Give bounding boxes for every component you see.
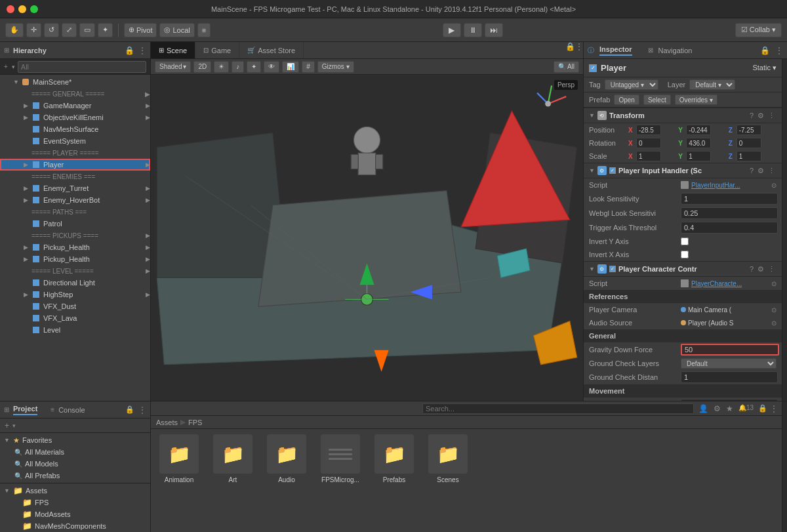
hier-item-gamemanager[interactable]: ▶ GameManager ▶ [0,100,150,112]
dropdown-icon[interactable]: ▾ [12,64,15,70]
hier-item-patrol[interactable]: Patrol [0,218,150,230]
settings-icon[interactable]: ⚙ [756,265,765,274]
step-button[interactable]: ⏭ [485,23,503,37]
shading-dropdown[interactable]: Shaded ▾ [155,61,191,73]
hierarchy-lock-icon[interactable]: 🔒 [125,46,134,55]
asset-search-input[interactable] [422,403,694,414]
hier-item-eventsystem[interactable]: EventSystem [0,135,150,147]
hier-item-pickup2[interactable]: ▶ Pickup_Health ▶ [0,253,150,265]
tab-inspector[interactable]: Inspector [599,45,632,56]
ground-check-layers-select[interactable]: Default [681,358,777,369]
pause-button[interactable]: ⏸ [464,23,482,37]
rotate-tool[interactable]: ↺ [44,23,59,37]
scene-menu-icon[interactable]: ⋮ [575,42,583,58]
2d-toggle[interactable]: 2D [193,61,211,73]
player-char-component-header[interactable]: ▼ ⚙ ✓ Player Character Contr ? ⚙ ⋮ [584,261,782,277]
filter-icon[interactable]: ⚙ [712,403,723,414]
hier-item-pickup1[interactable]: ▶ Pickup_Health ▶ [0,241,150,253]
hidden-btn[interactable]: 👁 [264,61,279,73]
tab-scene[interactable]: ⊞ Scene [151,42,195,58]
hierarchy-menu-icon[interactable]: ⋮ [138,46,146,55]
bottom-scrollbar[interactable] [782,401,787,532]
lights-btn[interactable]: ☀ [214,61,229,73]
overflow-icon[interactable]: ⋮ [767,167,777,175]
expand-btn[interactable]: ▶ [146,268,150,274]
rect-tool[interactable]: ▭ [79,23,95,37]
hier-item-objectivekill[interactable]: ▶ ObjectiveKillEnemi ▶ [0,112,150,123]
expand-icon[interactable]: ▶ [145,91,150,98]
overflow-icon[interactable]: ⋮ [767,265,777,274]
ground-check-dist-input[interactable] [681,371,778,383]
breadcrumb-assets[interactable]: Assets [156,419,178,426]
expand-btn[interactable]: ▶ [146,197,150,203]
inspector-lock-icon[interactable]: 🔒 [760,46,770,55]
scene-search-btn[interactable]: 🔍 All [554,61,579,73]
transform-tool[interactable]: ✦ [98,23,113,37]
layers-btn[interactable]: ≡ [197,23,211,37]
tree-all-prefabs[interactable]: 🔍 All Prefabs [0,470,150,481]
tab-navigation[interactable]: Navigation [658,47,693,54]
gravity-input[interactable] [681,344,779,356]
player-script-name[interactable]: PlayerCharacte... [691,280,742,287]
expand-btn[interactable]: ▶ [146,256,150,262]
audio-btn[interactable]: ♪ [232,61,244,73]
inspector-scrollbar[interactable] [782,59,787,401]
camera-target-icon[interactable]: ⊙ [771,306,777,314]
expand-btn[interactable]: ▶ [146,185,150,192]
asset-lock-icon[interactable]: 🔒 [758,404,767,413]
look-sensitivity-input[interactable] [681,193,778,205]
hand-tool[interactable]: ✋ [5,23,24,37]
asset-art[interactable]: 📁 Art [210,434,256,483]
project-menu-icon[interactable]: ⋮ [138,405,146,415]
open-button[interactable]: Open [614,94,639,105]
expand-btn[interactable]: ▶ [146,232,150,239]
hier-item-level[interactable]: Level [0,324,150,336]
star-filter-icon[interactable]: ★ [724,403,735,414]
add-icon[interactable]: + [4,63,8,70]
tree-modassets[interactable]: 📁 ModAssets [0,508,150,520]
people-icon[interactable]: 👤 [696,403,710,414]
asset-audio[interactable]: 📁 Audio [264,434,310,483]
tab-asset-store[interactable]: 🛒 Asset Store [239,42,304,58]
scene-viewport[interactable]: Persp [151,75,583,401]
player-input-active-checkbox[interactable]: ✓ [609,167,616,174]
script-name[interactable]: PlayerInputHar... [691,182,740,189]
tree-favorites[interactable]: ▼ ★ Favorites [0,434,150,446]
pos-z-input[interactable] [737,125,761,135]
breadcrumb-fps[interactable]: FPS [188,419,202,426]
tag-select[interactable]: Untagged ▾ [605,79,658,90]
inspector-menu-icon[interactable]: ⋮ [775,46,783,55]
asset-menu-icon[interactable]: ⋮ [770,404,778,413]
gizmos-btn[interactable]: Gizmos ▾ [317,61,354,73]
tree-fps[interactable]: 📁 FPS [0,497,150,508]
target-icon[interactable]: ⊙ [771,280,777,287]
hier-item-vfx-lava[interactable]: VFX_Lava [0,312,150,324]
tab-console[interactable]: Console [58,406,85,414]
pos-y-input[interactable] [686,125,711,135]
scene-lock-icon[interactable]: 🔒 [565,42,575,58]
overflow-icon[interactable]: ⋮ [767,112,777,120]
static-badge[interactable]: Static ▾ [752,64,777,72]
webgl-sensitivity-input[interactable] [681,207,778,219]
collab-button[interactable]: ☑ Collab ▾ [735,23,782,37]
tree-navmesh[interactable]: 📁 NavMeshComponents [0,520,150,532]
effects-btn[interactable]: ✦ [247,61,261,73]
pos-x-input[interactable] [636,125,661,135]
hier-item-navmesh[interactable]: NavMeshSurface [0,123,150,135]
player-input-component-header[interactable]: ▼ ⚙ ✓ Player Input Handler (Sc ? ⚙ ⋮ [584,163,782,178]
asset-scenes[interactable]: 📁 Scenes [425,434,471,483]
invert-x-checkbox[interactable] [681,251,689,258]
hier-item-mainscene[interactable]: ▼ MainScene* [0,76,150,88]
scale-x-input[interactable] [636,151,661,161]
active-checkbox[interactable]: ✓ [589,64,597,72]
asset-animation[interactable]: 📁 Animation [156,434,202,483]
asset-fpsmicrog[interactable]: FPSMicrog... [317,434,363,483]
expand-btn[interactable]: ▶ [146,244,150,251]
asset-prefabs[interactable]: 📁 Prefabs [371,434,417,483]
select-button[interactable]: Select [643,94,671,105]
maximize-button[interactable] [30,5,38,13]
rot-y-input[interactable] [686,138,711,148]
scale-tool[interactable]: ⤢ [62,23,77,37]
tree-all-models[interactable]: 🔍 All Models [0,458,150,470]
target-icon[interactable]: ⊙ [771,182,777,189]
